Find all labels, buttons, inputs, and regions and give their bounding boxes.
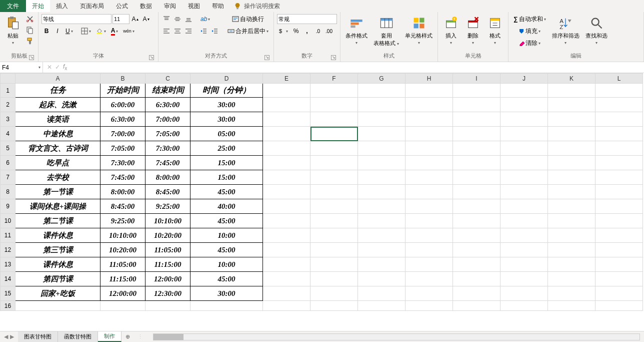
cell-E2[interactable] [263,98,310,112]
cell-K15[interactable] [548,286,596,301]
italic-button[interactable]: I [52,26,62,36]
cell-C15[interactable]: 12:30:00 [146,286,190,301]
tell-me-search[interactable]: 操作说明搜索 [230,0,284,12]
cell-D7[interactable]: 15:00 [190,170,263,185]
underline-button[interactable]: U▾ [64,26,75,36]
row-header-11[interactable]: 11 [0,228,16,243]
tab-页面布局[interactable]: 页面布局 [74,0,110,12]
cell-K4[interactable] [548,127,596,141]
cell-K5[interactable] [548,141,596,156]
cell-D15[interactable]: 30:00 [190,286,263,301]
cell-H2[interactable] [406,98,453,112]
cell-C6[interactable]: 7:45:00 [146,156,190,170]
align-center-button[interactable] [172,26,182,36]
cell-C5[interactable]: 7:30:00 [146,141,190,156]
increase-decimal-button[interactable]: .0 [313,26,323,36]
cell-F3[interactable] [310,112,358,127]
cell-A13[interactable]: 课件休息 [16,257,100,272]
cell-G10[interactable] [358,214,406,228]
increase-indent-button[interactable] [210,26,220,36]
cell-G9[interactable] [358,199,406,214]
cell-J12[interactable] [500,243,548,257]
col-header-D[interactable]: D [190,74,263,84]
row-header-15[interactable]: 15 [0,286,16,301]
cell-I4[interactable] [453,127,500,141]
cell-L1[interactable] [596,84,643,98]
cell-K10[interactable] [548,214,596,228]
cell-H8[interactable] [406,185,453,199]
cell-E15[interactable] [263,286,310,301]
cell-F16[interactable] [310,301,358,311]
dialog-launcher-icon[interactable]: ↘ [29,55,34,60]
cell-I9[interactable] [453,199,500,214]
col-header-E[interactable]: E [263,74,310,84]
cell-J13[interactable] [500,257,548,272]
cell-K8[interactable] [548,185,596,199]
row-header-4[interactable]: 4 [0,127,16,141]
cell-K13[interactable] [548,257,596,272]
cell-L16[interactable] [596,301,643,311]
border-button[interactable]: ▾ [79,26,93,36]
cell-C14[interactable]: 12:00:00 [146,272,190,286]
decrease-decimal-button[interactable]: .00 [324,26,334,36]
row-header-1[interactable]: 1 [0,84,16,98]
cell-C4[interactable]: 7:05:00 [146,127,190,141]
cell-J4[interactable] [500,127,548,141]
paste-button[interactable]: 粘贴 ▾ [3,14,23,46]
sheet-tab-2[interactable]: 制作 [98,331,122,342]
cell-A5[interactable]: 背文言文、古诗词 [16,141,100,156]
cell-A6[interactable]: 吃早点 [16,156,100,170]
row-header-13[interactable]: 13 [0,257,16,272]
cell-D4[interactable]: 05:00 [190,127,263,141]
cell-D12[interactable]: 45:00 [190,243,263,257]
cell-D11[interactable]: 10:00 [190,228,263,243]
cell-F6[interactable] [310,156,358,170]
cell-B10[interactable]: 9:25:00 [100,214,146,228]
cell-J16[interactable] [500,301,548,311]
cell-G2[interactable] [358,98,406,112]
cell-A9[interactable]: 课间休息+课间操 [16,199,100,214]
cell-G14[interactable] [358,272,406,286]
cell-H7[interactable] [406,170,453,185]
cell-G13[interactable] [358,257,406,272]
cell-G8[interactable] [358,185,406,199]
row-header-2[interactable]: 2 [0,98,16,112]
cell-B5[interactable]: 7:05:00 [100,141,146,156]
cell-H3[interactable] [406,112,453,127]
cell-J2[interactable] [500,98,548,112]
cell-L12[interactable] [596,243,643,257]
autosum-button[interactable]: ∑ 自动求和 ▾ [512,14,548,24]
tab-插入[interactable]: 插入 [50,0,74,12]
cell-J9[interactable] [500,199,548,214]
cell-D3[interactable]: 30:00 [190,112,263,127]
cell-I5[interactable] [453,141,500,156]
accounting-format-button[interactable]: $▾ [277,26,290,36]
cell-E11[interactable] [263,228,310,243]
cell-D6[interactable]: 15:00 [190,156,263,170]
cell-D5[interactable]: 25:00 [190,141,263,156]
align-top-button[interactable] [162,14,172,24]
cell-K14[interactable] [548,272,596,286]
cell-F8[interactable] [310,185,358,199]
cell-C7[interactable]: 8:00:00 [146,170,190,185]
tab-审阅[interactable]: 审阅 [158,0,182,12]
cell-L8[interactable] [596,185,643,199]
cell-J3[interactable] [500,112,548,127]
cell-H15[interactable] [406,286,453,301]
cell-J5[interactable] [500,141,548,156]
cell-K12[interactable] [548,243,596,257]
col-header-L[interactable]: L [596,74,643,84]
cell-L7[interactable] [596,170,643,185]
decrease-indent-button[interactable] [198,26,208,36]
cut-button[interactable] [25,14,35,24]
cell-H14[interactable] [406,272,453,286]
cell-H5[interactable] [406,141,453,156]
cell-E6[interactable] [263,156,310,170]
tab-帮助[interactable]: 帮助 [206,0,230,12]
cell-E10[interactable] [263,214,310,228]
row-header-6[interactable]: 6 [0,156,16,170]
cell-L11[interactable] [596,228,643,243]
cell-J14[interactable] [500,272,548,286]
number-format-select[interactable] [277,14,337,24]
cell-styles-button[interactable]: 单元格样式▾ [403,14,434,46]
